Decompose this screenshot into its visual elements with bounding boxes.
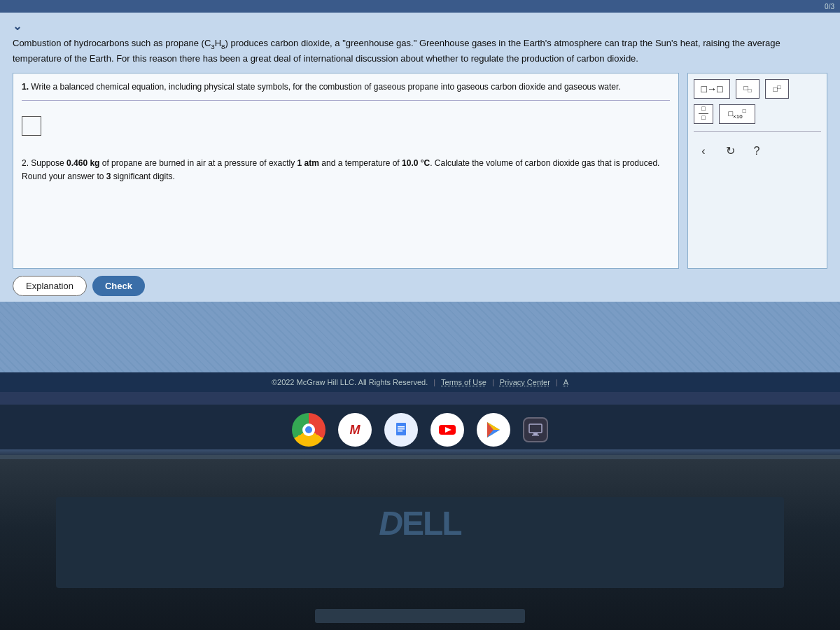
answer-input-q1[interactable] xyxy=(22,116,41,136)
toolbar-row-2: □ □ □×10□ xyxy=(694,104,821,124)
top-bar-text: 0/3 xyxy=(825,3,834,10)
help-button[interactable]: ? xyxy=(747,141,766,161)
taskbar: M xyxy=(0,405,840,455)
svg-rect-11 xyxy=(533,433,538,435)
toolbar-divider xyxy=(694,131,821,132)
chevron-row: ⌄ xyxy=(13,20,827,34)
footer-divider-1: | xyxy=(433,378,435,386)
superscript-button[interactable]: □□ xyxy=(765,79,789,99)
footer-bar: ©2022 McGraw Hill LLC. All Rights Reserv… xyxy=(0,372,840,392)
gmail-icon[interactable]: M xyxy=(338,413,372,447)
dell-logo: DELL xyxy=(379,504,461,542)
keyboard-area: DELL xyxy=(56,497,784,588)
intro-paragraph: Combustion of hydrocarbons such as propa… xyxy=(13,36,827,66)
dell-text: DELL xyxy=(379,505,461,542)
content-area: ⌄ Combustion of hydrocarbons such as pro… xyxy=(0,13,840,302)
questions-container: 1. Write a balanced chemical equation, i… xyxy=(13,73,827,269)
copyright-text: ©2022 McGraw Hill LLC. All Rights Reserv… xyxy=(272,378,428,386)
question-panel: 1. Write a balanced chemical equation, i… xyxy=(13,73,679,269)
arrow-icon: □→□ xyxy=(701,83,723,94)
x10-icon: □×10□ xyxy=(728,108,746,120)
terms-of-use-link[interactable]: Terms of Use xyxy=(441,378,486,386)
subscript-icon: □□ xyxy=(744,84,752,94)
redo-icon: ↻ xyxy=(726,144,735,158)
svg-rect-10 xyxy=(529,424,542,433)
chrome-icon[interactable] xyxy=(292,413,326,447)
svg-rect-2 xyxy=(398,428,405,430)
svg-rect-12 xyxy=(532,435,539,436)
explanation-button[interactable]: Explanation xyxy=(13,276,87,296)
fraction-button[interactable]: □ □ xyxy=(694,104,713,124)
footer-divider-2: | xyxy=(492,378,494,386)
toolbar-panel: □→□ □□ □□ □ □ xyxy=(687,73,827,269)
screen-mirror-icon[interactable] xyxy=(523,417,548,442)
help-icon: ? xyxy=(754,145,760,158)
footer-divider-3: | xyxy=(556,378,558,386)
superscript-icon: □□ xyxy=(774,84,781,93)
redo-button[interactable]: ↻ xyxy=(720,141,740,161)
privacy-center-link[interactable]: Privacy Center xyxy=(500,378,550,386)
back-icon: ‹ xyxy=(701,145,705,158)
youtube-icon[interactable] xyxy=(430,413,464,447)
svg-rect-3 xyxy=(398,430,402,432)
docs-icon[interactable] xyxy=(384,413,418,447)
check-button[interactable]: Check xyxy=(92,276,145,296)
question2-text: 2. Suppose 0.460 kg of propane are burne… xyxy=(22,151,670,183)
subscript-button[interactable]: □□ xyxy=(736,79,760,99)
toolbar-row-1: □→□ □□ □□ xyxy=(694,79,821,99)
play-store-icon[interactable] xyxy=(477,413,510,447)
chevron-down-icon[interactable]: ⌄ xyxy=(13,20,27,34)
buttons-row: Explanation Check xyxy=(13,276,827,296)
question1-text: 1. Write a balanced chemical equation, i… xyxy=(22,80,670,101)
fraction-bottom: □ xyxy=(701,115,705,122)
accessibility-link[interactable]: A xyxy=(564,378,568,386)
x10-button[interactable]: □×10□ xyxy=(719,104,755,124)
laptop-body: DELL xyxy=(0,455,840,630)
laptop-bottom-pad xyxy=(315,609,525,623)
laptop-hinge xyxy=(0,449,840,455)
arrow-button[interactable]: □→□ xyxy=(694,79,730,99)
top-bar: 0/3 xyxy=(0,0,840,13)
fraction-top: □ xyxy=(701,106,705,113)
toolbar-bottom-row: ‹ ↻ ? xyxy=(694,139,821,161)
svg-rect-1 xyxy=(398,426,405,428)
undo-button[interactable]: ‹ xyxy=(694,141,713,161)
